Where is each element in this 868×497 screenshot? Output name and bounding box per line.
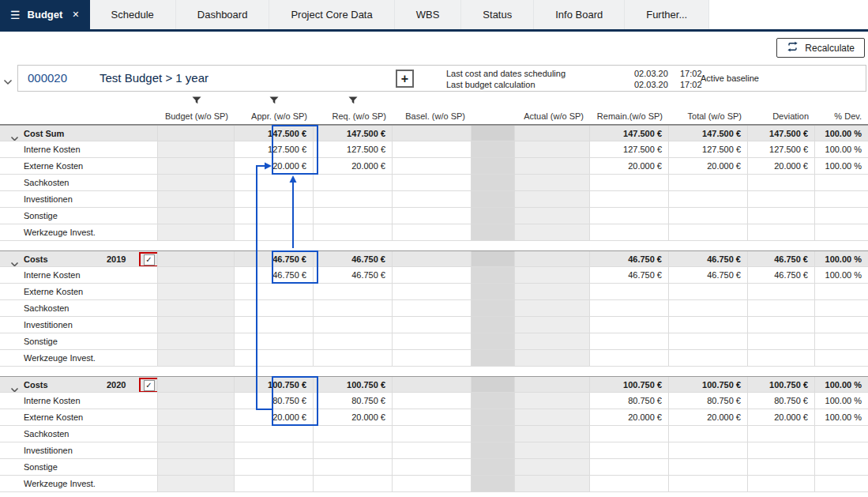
row-label-cell: Investitionen xyxy=(0,317,158,333)
column-header-budget[interactable]: Budget (w/o SP) xyxy=(158,109,235,124)
spacer-cell xyxy=(472,409,515,426)
filter-funnel-icon[interactable] xyxy=(269,93,279,107)
cost-group-2020: Costs2020✓100.750 €100.750 €100.750 €100… xyxy=(0,376,868,492)
add-button[interactable]: + xyxy=(396,70,414,88)
cell-appr[interactable] xyxy=(235,208,314,224)
tab-dashboard[interactable]: Dashboard xyxy=(176,0,270,29)
data-row-investitionen: Investitionen xyxy=(0,191,868,208)
close-icon[interactable]: ✕ xyxy=(72,9,79,20)
cell-req[interactable] xyxy=(314,350,393,367)
cell-actual xyxy=(515,300,590,317)
row-label: Werkzeuge Invest. xyxy=(24,476,96,491)
year-include-checkbox[interactable]: ✓ xyxy=(144,380,155,391)
cell-appr[interactable] xyxy=(235,459,314,476)
data-row-interne-kosten: Interne Kosten127.500 €127.500 €127.500 … xyxy=(0,141,868,158)
cell-req[interactable] xyxy=(314,333,393,350)
cell-appr[interactable] xyxy=(235,350,314,367)
cell-actual xyxy=(515,459,590,476)
cell-req[interactable]: 20.000 € xyxy=(314,158,393,175)
cell-appr[interactable] xyxy=(235,284,314,300)
spacer-cell xyxy=(472,251,515,267)
collapse-chevron-icon[interactable] xyxy=(3,74,13,88)
cell-deviation xyxy=(748,208,815,224)
cell-remain xyxy=(590,208,669,224)
column-header-appr[interactable]: Appr. (w/o SP) xyxy=(235,109,314,124)
chevron-down-icon[interactable] xyxy=(10,256,19,267)
project-header: 000020 Test Budget > 1 year + Last cost … xyxy=(0,63,868,93)
cell-deviation xyxy=(748,476,815,492)
tab-schedule[interactable]: Schedule xyxy=(90,0,176,29)
column-header-remain[interactable]: Remain.(w/o SP) xyxy=(590,109,669,124)
cell-deviation xyxy=(748,191,815,208)
cell-appr[interactable] xyxy=(235,300,314,317)
column-header-actual[interactable]: Actual (w/o SP) xyxy=(515,109,590,124)
filter-funnel-icon[interactable] xyxy=(348,93,358,107)
cell-appr[interactable] xyxy=(235,476,314,492)
filter-cell-req[interactable] xyxy=(314,93,393,110)
cell-appr[interactable] xyxy=(235,175,314,191)
cell-appr[interactable]: 127.500 € xyxy=(235,141,314,158)
cell-pdev xyxy=(815,300,868,317)
cell-req[interactable] xyxy=(314,284,393,300)
cell-appr[interactable]: 80.750 € xyxy=(235,393,314,409)
cell-req[interactable] xyxy=(314,317,393,333)
column-header-pdev[interactable]: % Dev. xyxy=(815,109,868,124)
recalculate-button[interactable]: Recalculate xyxy=(776,38,865,58)
cell-req[interactable] xyxy=(314,224,393,241)
row-label: Investitionen xyxy=(24,191,73,207)
cell-req[interactable] xyxy=(314,208,393,224)
column-header-req[interactable]: Req. (w/o SP) xyxy=(314,109,393,124)
cell-req[interactable] xyxy=(314,459,393,476)
info-time-budget-calc: 17:02 xyxy=(680,79,702,90)
cell-req[interactable] xyxy=(314,300,393,317)
tab-info-board[interactable]: Info Board xyxy=(534,0,625,29)
filter-cell-appr[interactable] xyxy=(235,93,314,110)
cell-req: 100.750 € xyxy=(314,377,393,393)
cell-appr[interactable] xyxy=(235,191,314,208)
cell-req[interactable] xyxy=(314,191,393,208)
cell-total: 127.500 € xyxy=(669,141,748,158)
cell-req[interactable] xyxy=(314,426,393,442)
tab-budget-active[interactable]: ☰ Budget ✕ xyxy=(0,0,90,29)
cell-req[interactable]: 20.000 € xyxy=(314,409,393,426)
chevron-down-icon[interactable] xyxy=(10,130,19,141)
cell-req[interactable]: 46.750 € xyxy=(314,267,393,284)
year-include-checkbox[interactable]: ✓ xyxy=(144,254,155,265)
filter-cell-budget[interactable] xyxy=(158,93,235,110)
column-header-deviation[interactable]: Deviation xyxy=(748,109,815,124)
cell-appr[interactable] xyxy=(235,333,314,350)
tab-further[interactable]: Further... xyxy=(625,0,709,29)
cell-budget xyxy=(158,284,235,300)
filter-cell-label-col xyxy=(0,93,158,110)
cell-appr[interactable]: 46.750 € xyxy=(235,267,314,284)
cell-req[interactable]: 80.750 € xyxy=(314,393,393,409)
cell-req[interactable]: 127.500 € xyxy=(314,141,393,158)
cell-appr[interactable] xyxy=(235,224,314,241)
cell-req[interactable] xyxy=(314,476,393,492)
column-header-basel[interactable]: Basel. (w/o SP) xyxy=(393,109,472,124)
cell-req[interactable] xyxy=(314,442,393,459)
column-header-total[interactable]: Total (w/o SP) xyxy=(669,109,748,124)
tab-status[interactable]: Status xyxy=(461,0,534,29)
row-label-cell: Werkzeuge Invest. xyxy=(0,224,158,241)
cell-deviation xyxy=(748,459,815,476)
hamburger-menu-icon[interactable]: ☰ xyxy=(10,9,21,21)
cell-appr[interactable]: 20.000 € xyxy=(235,158,314,175)
filter-cell-spacer xyxy=(472,93,515,110)
data-row-interne-kosten: Interne Kosten80.750 €80.750 €80.750 €80… xyxy=(0,393,868,409)
cell-appr[interactable] xyxy=(235,317,314,333)
chevron-down-icon[interactable] xyxy=(10,382,19,393)
cell-pdev xyxy=(815,442,868,459)
data-row-werkzeuge-invest: Werkzeuge Invest. xyxy=(0,350,868,367)
cell-budget xyxy=(158,377,235,393)
cell-appr[interactable] xyxy=(235,442,314,459)
cell-appr[interactable] xyxy=(235,426,314,442)
filter-funnel-icon[interactable] xyxy=(192,93,201,107)
tab-wbs[interactable]: WBS xyxy=(395,0,462,29)
tab-project-core-data[interactable]: Project Core Data xyxy=(269,0,394,29)
cell-pdev: 100.00 % xyxy=(815,393,868,409)
cell-budget xyxy=(158,317,235,333)
cell-appr[interactable]: 20.000 € xyxy=(235,409,314,426)
cell-req[interactable] xyxy=(314,175,393,191)
cell-pdev: 100.00 % xyxy=(815,267,868,284)
